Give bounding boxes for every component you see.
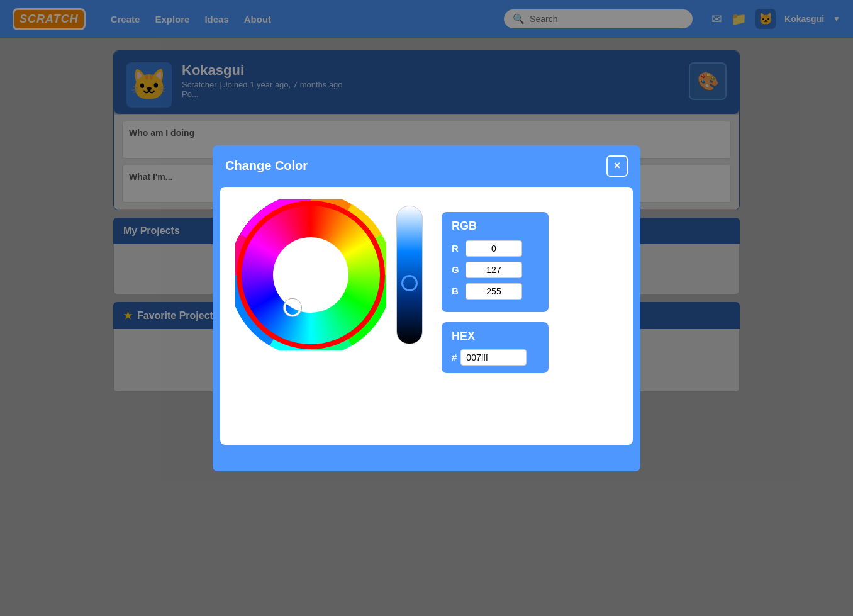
modal-body: RGB R G B HEX xyxy=(220,187,633,445)
rgb-panel: RGB R G B xyxy=(442,212,549,312)
brightness-handle[interactable] xyxy=(401,275,418,291)
b-label: B xyxy=(452,286,460,296)
change-color-modal: Change Color × xyxy=(213,145,640,471)
modal-overlay[interactable]: Change Color × xyxy=(0,0,853,616)
modal-title: Change Color xyxy=(225,159,308,173)
b-input[interactable] xyxy=(466,283,522,300)
hex-panel: HEX # xyxy=(442,322,549,373)
rgb-label: RGB xyxy=(452,220,538,233)
wheel-inner xyxy=(273,237,348,313)
rgb-row-g: G xyxy=(452,262,538,278)
color-picker-area xyxy=(235,199,423,350)
hex-hash: # xyxy=(452,352,457,362)
rgb-row-r: R xyxy=(452,240,538,257)
r-input[interactable] xyxy=(466,240,522,257)
modal-header: Change Color × xyxy=(213,145,640,187)
r-label: R xyxy=(452,243,460,254)
hex-row: # xyxy=(452,349,538,366)
g-label: G xyxy=(452,264,460,275)
brightness-slider[interactable] xyxy=(396,206,423,344)
g-input[interactable] xyxy=(466,262,522,278)
rgb-row-b: B xyxy=(452,283,538,300)
right-panel: RGB R G B HEX xyxy=(442,199,549,373)
modal-close-button[interactable]: × xyxy=(606,155,628,177)
hex-label: HEX xyxy=(452,330,538,343)
hue-selector-handle[interactable] xyxy=(284,299,301,316)
color-wheel-container[interactable] xyxy=(235,199,386,350)
hex-input[interactable] xyxy=(460,349,527,366)
